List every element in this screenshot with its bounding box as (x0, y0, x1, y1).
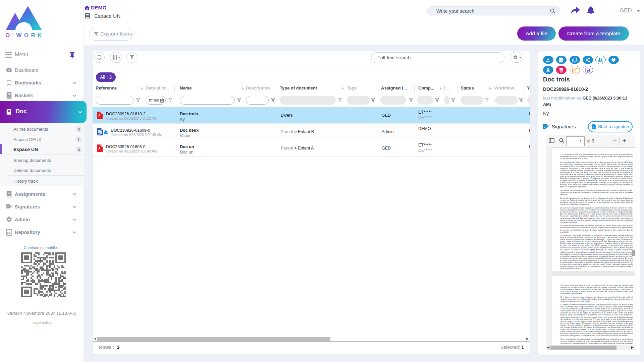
svg-text:O'WORK: O'WORK (5, 32, 44, 39)
svg-text:w: w (98, 133, 100, 135)
